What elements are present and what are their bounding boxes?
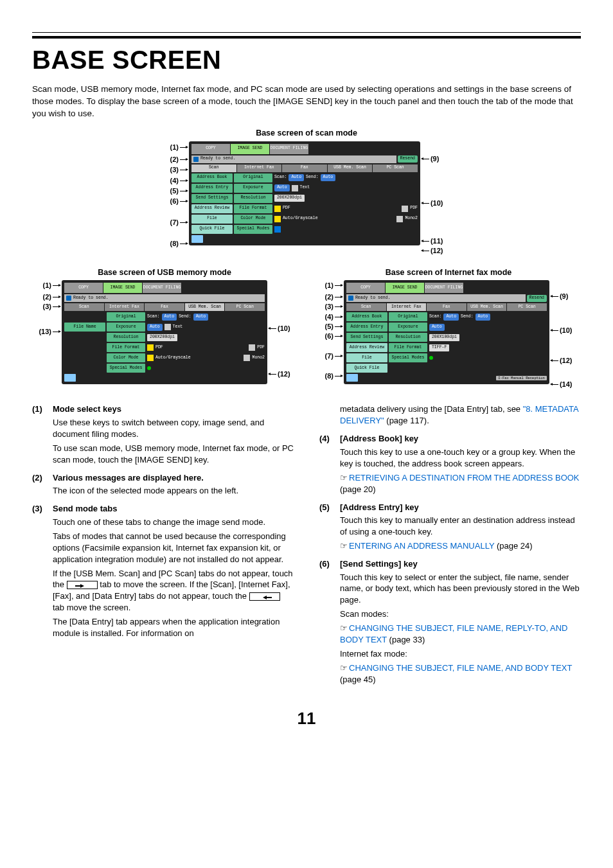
send-settings-key[interactable]: Send Settings: [191, 194, 233, 203]
pointer-icon: ☞: [340, 541, 348, 551]
color-mode-icon: [274, 216, 281, 222]
address-book-key[interactable]: Address Book: [191, 173, 233, 182]
screenshot-ifax-mode: (1) (2) (3) (4) (5) (6) (7) (8) COPY IMA…: [316, 280, 581, 388]
callout-4: (4): [170, 177, 178, 184]
mode-icon: [193, 157, 199, 162]
desc-3-body: Touch one of these tabs to change the im…: [53, 517, 294, 639]
special-modes-icon[interactable]: [274, 226, 281, 233]
screenshot-scan-mode: (1) (2) (3) (4) (5) (6) (7) (8) COPY IMA…: [170, 141, 443, 254]
desc-1-body: Use these keys to switch between copy, i…: [53, 417, 294, 466]
callout-5: (5): [170, 188, 178, 195]
link-scan-subject[interactable]: CHANGING THE SUBJECT, FILE NAME, REPLY-T…: [340, 623, 567, 644]
pointer-icon: ☞: [340, 663, 348, 673]
special-modes-indicator: [147, 366, 151, 370]
mode-tab-copy[interactable]: COPY: [191, 144, 230, 154]
screenshot-usb-mode: (1) (2) (3) (13) COPY IMAGE SEND DOCUMEN…: [32, 280, 297, 384]
send-tab-usb[interactable]: USB Mem. Scan: [328, 164, 373, 172]
callout-11: (11): [431, 238, 443, 245]
preview-key[interactable]: [191, 235, 203, 243]
touch-panel: COPY IMAGE SEND DOCUMENT FILING Ready to…: [62, 280, 267, 384]
address-review-key[interactable]: Address Review: [191, 204, 233, 213]
send-tab-ifax[interactable]: Internet Fax: [237, 164, 282, 172]
callout-12: (12): [431, 247, 443, 254]
callout-3: (3): [170, 166, 178, 173]
page-title: BASE SCREEN: [32, 42, 581, 77]
pointer-icon: ☞: [340, 473, 348, 483]
exposure-key[interactable]: Exposure: [234, 184, 272, 193]
resend-button[interactable]: Resend: [398, 155, 418, 163]
desc-4-title: (4)[Address Book] key: [319, 433, 581, 445]
desc-5-body: Touch this key to manually enter an dest…: [340, 515, 581, 552]
send-tab-pc[interactable]: PC Scan: [373, 164, 418, 172]
section-rule: [32, 32, 581, 39]
callout-10: (10): [431, 200, 443, 207]
scroll-right-tab-icon: [67, 581, 98, 589]
pointer-icon: ☞: [340, 623, 348, 633]
address-entry-key[interactable]: Address Entry: [191, 184, 233, 193]
scroll-left-tab-icon: [249, 592, 280, 601]
desc-5-title: (5)[Address Entry] key: [319, 502, 581, 513]
mono-mode-icon: [396, 216, 403, 222]
color-format-icon: [274, 206, 281, 212]
callout-8: (8): [170, 240, 178, 247]
desc-3-title: (3)Send mode tabs: [32, 503, 294, 515]
color-mode-key[interactable]: Color Mode: [234, 215, 272, 224]
link-address-book[interactable]: RETRIEVING A DESTINATION FROM THE ADDRES…: [349, 473, 580, 483]
mode-tab-doc-filing[interactable]: DOCUMENT FILING: [270, 144, 308, 154]
caption-usb: Base screen of USB memory mode: [32, 267, 297, 278]
caption-ifax: Base screen of Internet fax mode: [316, 267, 581, 278]
original-key[interactable]: Original: [234, 173, 272, 182]
caption-scan: Base screen of scan mode: [32, 128, 581, 139]
touch-panel: COPY IMAGE SEND DOCUMENT FILING Ready to…: [344, 280, 549, 384]
callout-14: (14): [560, 381, 573, 388]
send-size-auto[interactable]: Auto: [321, 174, 336, 181]
desc-2-body: The icon of the selected mode appears on…: [53, 485, 294, 497]
desc-3-continued: metadata delivery using the [Data Entry]…: [340, 403, 581, 427]
mode-tab-image-send[interactable]: IMAGE SEND: [231, 144, 269, 154]
file-key[interactable]: File: [191, 215, 233, 224]
callout-1: (1): [170, 144, 178, 151]
desc-4-body: Touch this key to use a one-touch key or…: [340, 447, 581, 495]
callout-6: (6): [170, 198, 178, 205]
send-tab-fax[interactable]: Fax: [282, 164, 327, 172]
desc-2-title: (2)Various messages are displayed here.: [32, 472, 294, 484]
desc-6-body: Touch this key to select or enter the su…: [340, 572, 581, 686]
text-mode-icon: [292, 185, 298, 191]
page-number: 11: [32, 707, 581, 730]
callout-2: (2): [170, 156, 178, 163]
quick-file-key[interactable]: Quick File: [191, 225, 233, 234]
link-manual-address[interactable]: ENTERING AN ADDRESS MANUALLY: [349, 541, 494, 551]
special-modes-key[interactable]: Special Modes: [234, 225, 272, 234]
exposure-auto[interactable]: Auto: [274, 184, 290, 191]
callout-7: (7): [170, 219, 178, 226]
status-bar: Ready to send.: [191, 155, 396, 163]
resolution-value: 200X200dpi: [274, 195, 305, 202]
mono-format-icon: [402, 206, 408, 212]
send-tab-scan[interactable]: Scan: [191, 164, 236, 172]
resolution-key[interactable]: Resolution: [234, 194, 272, 203]
callout-13: (13): [39, 328, 51, 335]
scan-size-auto[interactable]: Auto: [289, 174, 304, 181]
file-name-key[interactable]: File Name: [64, 323, 105, 332]
desc-1-title: (1)Mode select keys: [32, 403, 294, 415]
desc-6-title: (6)[Send Settings] key: [319, 558, 581, 570]
link-ifax-subject[interactable]: CHANGING THE SUBJECT, FILE NAME, AND BOD…: [349, 663, 572, 673]
ifax-manual-reception-key[interactable]: I-Fax Manual Reception: [496, 376, 547, 381]
callout-9: (9): [431, 155, 439, 163]
file-format-key[interactable]: File Format: [234, 204, 272, 213]
touch-panel: COPY IMAGE SEND DOCUMENT FILING Ready to…: [189, 141, 420, 245]
intro-paragraph: Scan mode, USB memory mode, Internet fax…: [32, 84, 581, 120]
